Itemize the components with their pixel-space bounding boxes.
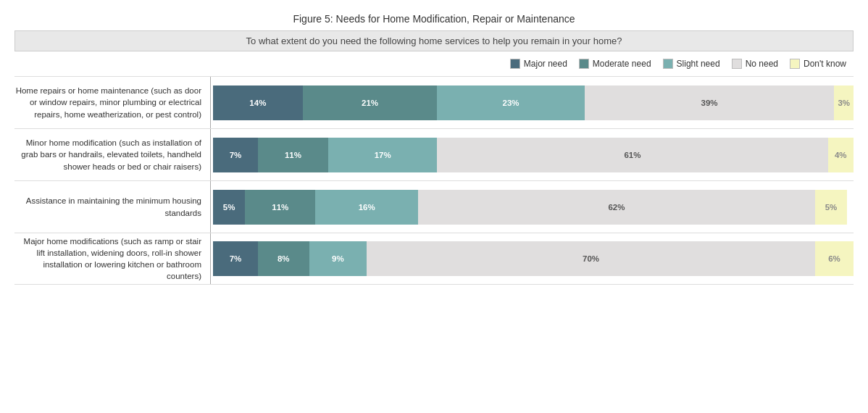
bar-segment-label: 17%: [375, 151, 391, 159]
bar-segment: 23%: [437, 85, 584, 120]
bar-segment: 4%: [828, 138, 854, 172]
bar-segment: 11%: [245, 190, 315, 225]
bar-segment-label: 62%: [608, 203, 625, 212]
bar-segment-label: 4%: [835, 151, 847, 159]
legend-item: Major need: [510, 59, 567, 69]
bar-segment: 5%: [815, 190, 847, 225]
bar-segment-label: 11%: [272, 203, 288, 212]
bars-container: 14%21%23%39%3%: [210, 77, 854, 128]
bar-segment: 7%: [213, 138, 258, 172]
bar-segment: 17%: [328, 138, 437, 172]
bar-segment-label: 7%: [230, 151, 242, 159]
chart-area: Home repairs or home maintenance (such a…: [14, 76, 854, 285]
row-label: Major home modifications (such as ramp o…: [14, 235, 210, 282]
bar-segment: 21%: [303, 85, 438, 120]
legend: Major needModerate needSlight needNo nee…: [14, 59, 854, 69]
bar-segment: 39%: [585, 85, 835, 120]
bars-container: 7%11%17%61%4%: [210, 129, 854, 180]
bars-container: 5%11%16%62%5%: [210, 181, 854, 233]
bar-segment: 5%: [213, 190, 245, 225]
legend-item: Moderate need: [579, 59, 651, 69]
bar-segment: 16%: [315, 190, 417, 225]
bar-segment-label: 6%: [828, 254, 840, 263]
bar-segment: 8%: [258, 241, 309, 276]
bars-inner: 5%11%16%62%5%: [210, 190, 854, 225]
bar-segment-label: 11%: [285, 151, 301, 159]
bars-inner: 14%21%23%39%3%: [210, 85, 854, 120]
bar-segment: 7%: [213, 241, 258, 276]
bar-segment-label: 14%: [249, 99, 266, 107]
bars-container: 7%8%9%70%6%: [210, 233, 854, 284]
bar-segment-label: 5%: [825, 203, 838, 212]
bar-segment-label: 8%: [277, 254, 290, 263]
legend-item: Slight need: [663, 59, 720, 69]
bar-segment-label: 3%: [838, 99, 850, 107]
bar-segment: 14%: [213, 85, 303, 120]
legend-item: Don't know: [790, 59, 846, 69]
row-label: Minor home modification (such as install…: [14, 137, 210, 172]
chart-row: Major home modifications (such as ramp o…: [14, 233, 854, 285]
bar-segment: 9%: [309, 241, 367, 276]
bar-segment-label: 16%: [359, 203, 375, 212]
bar-segment-label: 9%: [332, 254, 344, 263]
bar-segment-label: 39%: [701, 99, 718, 107]
bar-segment: 70%: [367, 241, 815, 276]
bar-segment: 62%: [418, 190, 815, 225]
bar-segment-label: 61%: [624, 151, 640, 159]
bar-segment-label: 23%: [503, 99, 519, 107]
bar-segment: 3%: [834, 85, 854, 120]
row-label: Assistance in maintaining the minimum ho…: [14, 195, 210, 218]
chart-title: Figure 5: Needs for Home Modification, R…: [293, 13, 575, 25]
bars-inner: 7%8%9%70%6%: [210, 241, 854, 276]
bars-inner: 7%11%17%61%4%: [210, 138, 854, 172]
chart-row: Home repairs or home maintenance (such a…: [14, 76, 854, 128]
bar-segment: 11%: [258, 138, 328, 172]
bar-segment: 61%: [437, 138, 827, 172]
bar-segment-label: 21%: [362, 99, 378, 107]
bar-segment-label: 70%: [583, 254, 599, 263]
chart-row: Assistance in maintaining the minimum ho…: [14, 180, 854, 233]
legend-item: No need: [732, 59, 778, 69]
subtitle-box: To what extent do you need the following…: [14, 30, 854, 51]
chart-row: Minor home modification (such as install…: [14, 128, 854, 180]
row-label: Home repairs or home maintenance (such a…: [14, 85, 210, 120]
bar-segment-label: 5%: [223, 203, 235, 212]
bar-segment-label: 7%: [230, 254, 242, 263]
bar-segment: 6%: [815, 241, 854, 276]
